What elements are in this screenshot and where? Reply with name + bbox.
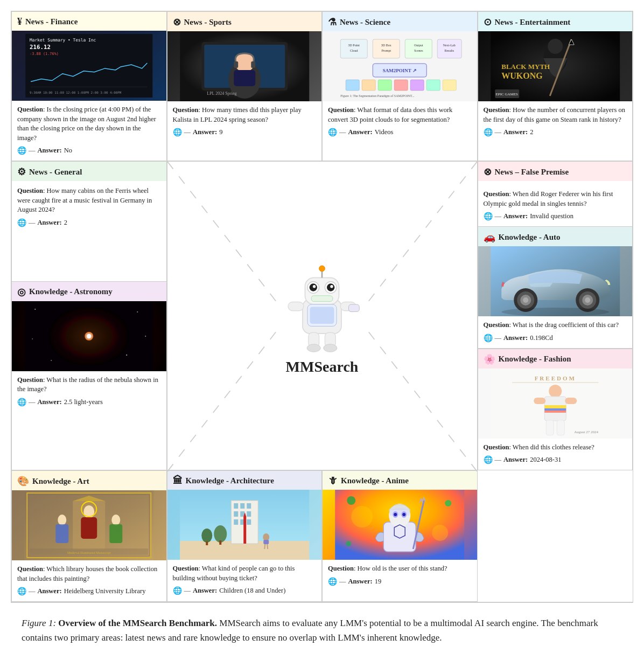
- auto-image: [478, 246, 633, 316]
- entertainment-globe-icon: 🌐: [484, 128, 493, 137]
- astronomy-question: Question: What is the radius of the nebu…: [17, 376, 161, 394]
- svg-text:9:30AM 10:00 11:00 12:00 1:00P: 9:30AM 10:00 11:00 12:00 1:00PM 2:00 3:0…: [30, 91, 122, 94]
- sports-title: News - Sports: [184, 18, 232, 27]
- false-premise-answer-row: 🌐 — Answer: Invalid question: [484, 212, 627, 221]
- svg-rect-33: [394, 80, 408, 91]
- svg-rect-133: [263, 540, 269, 544]
- svg-point-112: [58, 515, 66, 525]
- card-header-general: ⚙ News - General: [12, 162, 166, 181]
- auto-body: Question: What is the drag coefficient o…: [478, 316, 633, 348]
- anime-question: Question: How old is the user of this st…: [328, 564, 472, 574]
- svg-point-69: [327, 283, 334, 291]
- art-globe-icon: 🌐: [17, 587, 26, 596]
- svg-point-54: [51, 360, 52, 361]
- science-globe-icon: 🌐: [328, 128, 337, 137]
- architecture-icon: 🏛: [173, 475, 183, 487]
- card-header-architecture: 🏛 Knowledge - Architecture: [167, 471, 322, 490]
- svg-text:BLACK MYTH: BLACK MYTH: [501, 62, 550, 71]
- fashion-body: Question: When did this clothes release?…: [478, 439, 633, 470]
- svg-rect-122: [240, 503, 244, 509]
- fashion-answer-row: 🌐 — Answer: 2024-08-31: [484, 455, 627, 464]
- svg-rect-62: [303, 300, 341, 334]
- figure-label: Figure 1:: [22, 618, 56, 628]
- finance-title: News - Finance: [25, 17, 78, 26]
- entertainment-icon: ⊙: [484, 16, 492, 28]
- art-answer: Heidelberg University Library: [64, 587, 146, 595]
- architecture-answer: Children (18 and Under): [219, 587, 285, 595]
- finance-question: Question: Is the closing price (at 4:00 …: [17, 105, 161, 143]
- svg-point-55: [126, 355, 127, 356]
- svg-rect-102: [546, 420, 554, 435]
- general-answer-row: 🌐 — Answer: 2: [17, 218, 161, 227]
- entertainment-body: Question: How the number of concurrent p…: [478, 101, 633, 161]
- fashion-globe-icon: 🌐: [484, 455, 493, 464]
- card-header-sports: ⊗ News - Sports: [167, 12, 322, 31]
- svg-rect-74: [310, 307, 334, 324]
- architecture-globe-icon: 🌐: [173, 586, 182, 595]
- art-title: Knowledge - Art: [32, 477, 89, 486]
- svg-point-80: [307, 344, 320, 352]
- svg-rect-101: [565, 398, 577, 404]
- fashion-title: Knowledge - Fashion: [499, 355, 571, 364]
- svg-point-68: [310, 283, 317, 291]
- card-header-science: ⚗ News - Science: [323, 12, 477, 31]
- svg-text:Cloud: Cloud: [350, 49, 358, 52]
- card-header-anime: 🗡 Knowledge - Anime: [323, 471, 477, 490]
- svg-text:August 27 2024: August 27 2024: [574, 430, 598, 434]
- svg-rect-36: [443, 80, 456, 91]
- entertainment-title: News - Entertainment: [495, 18, 571, 27]
- false-premise-answer: Invalid question: [530, 212, 573, 220]
- svg-point-71: [330, 285, 333, 288]
- general-question: Question: How many cabins on the Ferris …: [17, 186, 161, 215]
- svg-rect-72: [311, 296, 333, 302]
- mmsearch-title: MMSearch: [286, 358, 359, 376]
- false-premise-body: Question: When did Roger Federer win his…: [478, 181, 633, 226]
- svg-rect-127: [234, 519, 238, 525]
- false-premise-icon: ⊗: [484, 166, 492, 178]
- card-header-auto: 🚗 Knowledge - Auto: [478, 226, 633, 246]
- svg-point-152: [432, 525, 448, 541]
- svg-rect-13: [251, 61, 255, 68]
- general-body: Question: How many cabins on the Ferris …: [12, 181, 166, 281]
- astronomy-image: [12, 301, 166, 371]
- svg-line-61: [368, 332, 477, 471]
- svg-rect-110: [81, 517, 97, 539]
- architecture-question: Question: What kind of people can go to …: [173, 564, 317, 583]
- card-header-fashion: 🌸 Knowledge - Fashion: [478, 349, 633, 369]
- architecture-body: Question: What kind of people can go to …: [167, 560, 322, 601]
- science-question: Question: What format of data does this …: [328, 106, 472, 124]
- svg-rect-78: [309, 332, 319, 347]
- general-icon: ⚙: [17, 166, 26, 178]
- svg-rect-32: [378, 80, 391, 91]
- sports-answer: 9: [219, 128, 222, 136]
- finance-image: Market Summary • Tesla Inc 216.12 -3.88 …: [12, 31, 166, 101]
- architecture-image: [167, 490, 322, 560]
- svg-text:Market Summary • Tesla Inc: Market Summary • Tesla Inc: [30, 38, 96, 43]
- main-grid: ¥ News - Finance Market Summary • Tesla …: [11, 11, 633, 602]
- architecture-answer-row: 🌐 — Answer: Children (18 and Under): [173, 586, 317, 595]
- card-header-entertainment: ⊙ News - Entertainment: [478, 12, 633, 31]
- svg-rect-126: [247, 511, 251, 517]
- card-entertainment: ⊙ News - Entertainment: [478, 11, 633, 161]
- svg-rect-137: [219, 540, 221, 545]
- card-architecture: 🏛 Knowledge - Architecture: [167, 470, 323, 602]
- svg-point-40: [548, 39, 563, 54]
- anime-answer: 19: [375, 578, 382, 586]
- svg-point-57: [145, 336, 146, 337]
- auto-title: Knowledge - Auto: [499, 233, 561, 242]
- card-science: ⚗ News - Science 3D Point Cloud 3D Box P…: [322, 11, 478, 161]
- svg-text:FREEDOM: FREEDOM: [534, 375, 576, 381]
- false-premise-globe-icon: 🌐: [484, 212, 493, 221]
- svg-line-60: [167, 332, 276, 471]
- svg-rect-99: [544, 411, 566, 413]
- svg-rect-139: [206, 541, 208, 545]
- finance-answer: No: [64, 147, 72, 155]
- finance-icon: ¥: [17, 16, 22, 27]
- svg-point-148: [347, 496, 355, 505]
- svg-rect-115: [109, 524, 122, 543]
- svg-point-91: [501, 308, 609, 316]
- general-answer: 2: [64, 219, 67, 227]
- robot-image: [274, 256, 370, 353]
- svg-rect-35: [426, 80, 440, 91]
- finance-globe-icon: 🌐: [17, 146, 26, 155]
